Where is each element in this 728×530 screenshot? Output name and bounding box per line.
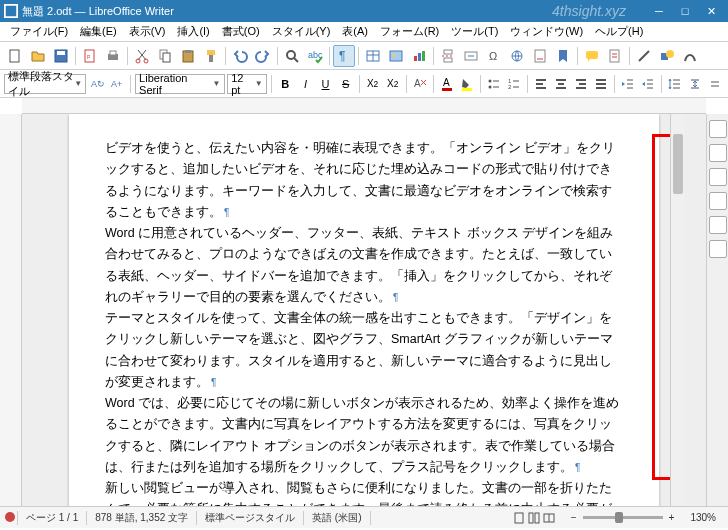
decrease-spacing-button[interactable]	[706, 73, 724, 95]
svg-text:A+: A+	[111, 79, 122, 89]
highlight-button[interactable]	[458, 73, 476, 95]
shapes-button[interactable]	[656, 45, 678, 67]
increase-indent-button[interactable]	[619, 73, 637, 95]
menu-table[interactable]: 表(A)	[336, 22, 374, 41]
status-words[interactable]: 878 単語, 1,352 文字	[87, 511, 197, 525]
view-book-icon[interactable]	[543, 512, 555, 524]
font-name-combo[interactable]: Liberation Serif▼	[135, 74, 225, 94]
new-button[interactable]	[4, 45, 26, 67]
field-button[interactable]	[460, 45, 482, 67]
svg-rect-1	[6, 6, 17, 17]
redo-button[interactable]	[252, 45, 274, 67]
strikethrough-button[interactable]: S	[337, 73, 355, 95]
chart-button[interactable]	[408, 45, 430, 67]
image-button[interactable]	[385, 45, 407, 67]
font-name-value: Liberation Serif	[139, 72, 211, 96]
decrease-indent-button[interactable]	[639, 73, 657, 95]
paste-button[interactable]	[177, 45, 199, 67]
close-button[interactable]: ✕	[698, 2, 724, 20]
menu-edit[interactable]: 編集(E)	[74, 22, 123, 41]
table-button[interactable]	[362, 45, 384, 67]
svg-rect-4	[57, 51, 65, 55]
minimize-button[interactable]: ─	[646, 2, 672, 20]
bold-button[interactable]: B	[276, 73, 294, 95]
draw-button[interactable]	[679, 45, 701, 67]
styles-tab[interactable]	[709, 144, 727, 162]
new-style-button[interactable]: A+	[108, 73, 126, 95]
gallery-tab[interactable]	[709, 168, 727, 186]
status-zoom[interactable]: 130%	[682, 512, 724, 523]
menu-format[interactable]: 書式(O)	[216, 22, 266, 41]
svg-rect-21	[390, 51, 402, 61]
page[interactable]: ビデオを使うと、伝えたい内容を・明確に表現できます。「オンライン ビデオ」をクリ…	[69, 114, 659, 506]
clear-formatting-button[interactable]: A	[411, 73, 429, 95]
menu-view[interactable]: 表示(V)	[123, 22, 172, 41]
maximize-button[interactable]: □	[672, 2, 698, 20]
status-page[interactable]: ページ 1 / 1	[18, 511, 87, 525]
properties-tab[interactable]	[709, 120, 727, 138]
print-button[interactable]	[102, 45, 124, 67]
spellcheck-button[interactable]: abç	[304, 45, 326, 67]
vertical-scrollbar[interactable]	[670, 114, 684, 506]
undo-button[interactable]	[229, 45, 251, 67]
line-button[interactable]	[633, 45, 655, 67]
menu-style[interactable]: スタイル(Y)	[266, 22, 337, 41]
align-right-button[interactable]	[572, 73, 590, 95]
zoom-in-button[interactable]: +	[669, 512, 675, 523]
clone-formatting-button[interactable]	[200, 45, 222, 67]
font-size-combo[interactable]: 12 pt▼	[227, 74, 267, 94]
zoom-slider[interactable]	[583, 516, 663, 519]
scrollbar-thumb[interactable]	[673, 134, 683, 194]
special-char-button[interactable]: Ω	[483, 45, 505, 67]
line-spacing-button[interactable]	[666, 73, 684, 95]
export-pdf-button[interactable]: P	[79, 45, 101, 67]
underline-button[interactable]: U	[316, 73, 334, 95]
save-button[interactable]	[50, 45, 72, 67]
paragraph-style-combo[interactable]: 標準段落スタイル▼	[4, 74, 86, 94]
bullets-button[interactable]	[485, 73, 503, 95]
font-color-button[interactable]: A	[437, 73, 455, 95]
track-changes-button[interactable]	[604, 45, 626, 67]
document-area[interactable]: ビデオを使うと、伝えたい内容を・明確に表現できます。「オンライン ビデオ」をクリ…	[22, 114, 706, 506]
menu-window[interactable]: ウィンドウ(W)	[504, 22, 589, 41]
bookmark-button[interactable]	[552, 45, 574, 67]
cut-button[interactable]	[131, 45, 153, 67]
view-multi-icon[interactable]	[528, 512, 540, 524]
formatting-marks-button[interactable]: ¶	[333, 45, 355, 67]
justify-button[interactable]	[592, 73, 610, 95]
comment-button[interactable]	[581, 45, 603, 67]
subscript-button[interactable]: X2	[384, 73, 402, 95]
hyperlink-button[interactable]	[506, 45, 528, 67]
copy-button[interactable]	[154, 45, 176, 67]
horizontal-ruler[interactable]	[22, 98, 706, 114]
menu-tools[interactable]: ツール(T)	[445, 22, 504, 41]
align-center-button[interactable]	[552, 73, 570, 95]
footnote-button[interactable]	[529, 45, 551, 67]
find-button[interactable]	[281, 45, 303, 67]
svg-rect-27	[444, 58, 452, 62]
menu-help[interactable]: ヘルプ(H)	[589, 22, 649, 41]
page-tab[interactable]	[709, 216, 727, 234]
svg-rect-33	[610, 50, 619, 62]
menu-file[interactable]: ファイル(F)	[4, 22, 74, 41]
increase-spacing-button[interactable]	[686, 73, 704, 95]
menu-form[interactable]: フォーム(R)	[374, 22, 445, 41]
navigator-tab[interactable]	[709, 192, 727, 210]
align-left-button[interactable]	[532, 73, 550, 95]
style-inspector-tab[interactable]	[709, 240, 727, 258]
superscript-button[interactable]: X2	[364, 73, 382, 95]
status-language[interactable]: 英語 (米国)	[304, 511, 370, 525]
vertical-ruler[interactable]	[0, 114, 22, 506]
italic-button[interactable]: I	[296, 73, 314, 95]
numbering-button[interactable]: 12	[505, 73, 523, 95]
zoom-out-button[interactable]: −	[571, 512, 577, 523]
update-style-button[interactable]: A↻	[88, 73, 106, 95]
paragraph-text: ビデオを使うと、伝えたい内容を・明確に表現できます。「オンライン ビデオ」をクリ…	[105, 141, 615, 219]
page-break-button[interactable]	[437, 45, 459, 67]
open-button[interactable]	[27, 45, 49, 67]
svg-point-17	[287, 51, 295, 59]
save-status-icon	[4, 511, 16, 523]
menu-insert[interactable]: 挿入(I)	[171, 22, 215, 41]
status-page-style[interactable]: 標準ページスタイル	[197, 511, 304, 525]
view-single-icon[interactable]	[513, 512, 525, 524]
